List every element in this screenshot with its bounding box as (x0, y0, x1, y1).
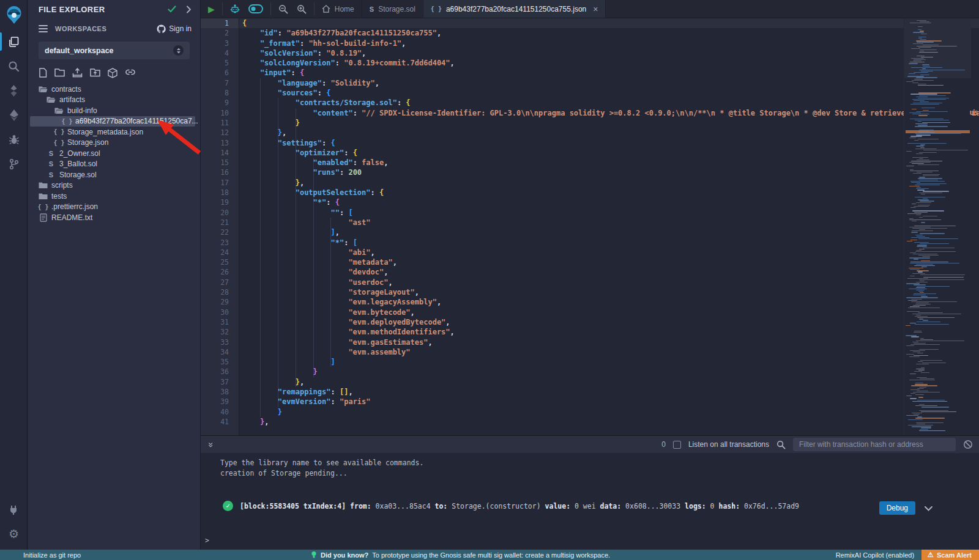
tree-item[interactable]: build-info (28, 105, 200, 116)
upload-file-icon[interactable] (72, 68, 83, 78)
terminal-collapse-icon[interactable]: « (205, 442, 214, 447)
activity-settings[interactable]: ⚙ (0, 521, 28, 546)
copilot-toggle[interactable] (248, 4, 263, 13)
tree-item[interactable]: { }.prettierrc.json (28, 202, 200, 213)
activity-deploy-run[interactable] (0, 103, 28, 127)
zoom-in-icon[interactable] (297, 4, 307, 14)
minimap-line (912, 114, 929, 114)
tree-item[interactable]: artifacts (28, 95, 200, 106)
minimap-line (923, 320, 928, 320)
terminal-log: Type the library name to see available c… (201, 458, 979, 479)
upload-folder-icon[interactable] (90, 68, 100, 78)
minimap-line (916, 153, 923, 154)
transaction-filter-input[interactable] (793, 438, 956, 451)
activity-git[interactable] (0, 152, 28, 176)
transaction-row[interactable]: ✓ [block:5583405 txIndex:4] from: 0xa03.… (223, 501, 936, 511)
tree-item[interactable]: { }Storage_metadata.json (28, 127, 200, 138)
minimap-line (912, 80, 934, 81)
listen-transactions-checkbox[interactable] (673, 441, 681, 449)
minimap-line (917, 245, 927, 245)
tree-item[interactable]: { }Storage.json (28, 138, 200, 149)
zoom-out-icon[interactable] (278, 4, 288, 14)
code-line: } (239, 367, 979, 377)
link-icon[interactable] (125, 68, 136, 78)
workspace-menu-icon[interactable] (39, 23, 48, 34)
line-number: 5 (201, 58, 239, 68)
tree-item[interactable]: contracts (28, 84, 200, 95)
code-line: ], (239, 227, 979, 237)
tab-Home[interactable]: Home (315, 0, 362, 18)
tree-item[interactable]: { }a69b43f277ba20fcac141151250ca7... (30, 116, 195, 127)
workspace-select[interactable]: default_workspace (39, 42, 190, 59)
did-you-know-tip: Did you know? To prototype using the Gno… (311, 551, 610, 559)
code-line: "outputSelection": { (239, 188, 979, 197)
terminal-toolbar: « 0 Listen on all transactions (201, 435, 979, 453)
tree-item[interactable]: SStorage.sol (28, 169, 200, 180)
line-number: 35 (201, 357, 239, 367)
minimap-line (922, 68, 926, 69)
code-line: "solcLongVersion": "0.8.19+commit.7dd6d4… (239, 58, 979, 68)
minimap-line (910, 169, 914, 170)
lightbulb-icon (311, 551, 317, 559)
minimap-line (907, 241, 912, 241)
code-editor[interactable]: 1234567891011121314151617181920212223242… (201, 18, 979, 435)
close-icon[interactable]: × (593, 4, 598, 14)
minimap[interactable] (904, 18, 971, 435)
debug-button[interactable]: Debug (879, 501, 915, 515)
minimap-line (910, 344, 940, 345)
minimap-line (909, 186, 920, 186)
git-init-status[interactable]: Initialize as git repo (0, 551, 81, 559)
activity-file-explorer[interactable] (0, 29, 28, 54)
ipfs-box-icon[interactable] (108, 68, 117, 78)
minimap-line (912, 314, 961, 314)
minimap-line (912, 230, 933, 231)
minimap-line (915, 418, 945, 418)
sign-in-button[interactable]: Sign in (157, 24, 192, 33)
activity-plugin-manager[interactable] (0, 497, 28, 521)
minimap-line (917, 322, 940, 322)
minimap-line (910, 323, 916, 323)
scam-alert-button[interactable]: ⚠ Scam Alert (921, 550, 979, 560)
minimap-line (914, 284, 926, 285)
minimap-line (920, 339, 933, 340)
run-script-icon[interactable]: ▶ (208, 5, 215, 13)
minimap-line (917, 46, 957, 46)
line-number: 31 (201, 317, 239, 327)
panel-title: FILE EXPLORER (39, 5, 168, 14)
chevron-right-icon[interactable] (186, 6, 192, 13)
tree-item[interactable]: README.txt (28, 212, 200, 223)
activity-solidity-compiler[interactable] (0, 78, 28, 103)
tree-item[interactable]: tests (28, 191, 200, 202)
activity-remix-logo[interactable] (0, 0, 28, 29)
minimap-line (920, 378, 934, 379)
line-number: 2 (201, 28, 239, 38)
code-line: "settings": { (239, 138, 979, 148)
new-folder-icon[interactable] (54, 68, 65, 78)
copilot-status[interactable]: RemixAI Copilot (enabled) (836, 551, 914, 559)
minimap-line (919, 152, 937, 153)
ai-assistant-icon[interactable] (230, 4, 240, 14)
minimap-line (917, 187, 921, 188)
minimap-line (914, 259, 918, 259)
minimap-line (921, 367, 925, 368)
minimap-line (920, 144, 925, 145)
minimap-line (915, 384, 928, 385)
terminal-prompt[interactable]: > (205, 536, 209, 545)
tab-a69b43f277ba20fcac141151250ca755.json[interactable]: { }a69b43f277ba20fcac141151250ca755.json… (423, 0, 606, 18)
tree-item-label: Storage.sol (59, 171, 97, 179)
tree-item[interactable]: S3_Ballot.sol (28, 159, 200, 170)
tab-Storage.sol[interactable]: SStorage.sol (362, 0, 423, 18)
activity-debugger[interactable] (0, 127, 28, 152)
tx-expand-icon[interactable] (925, 504, 932, 513)
tree-item[interactable]: scripts (28, 180, 200, 191)
block-icon[interactable] (963, 440, 973, 449)
code-line: "remappings": [], (239, 387, 979, 397)
new-file-icon[interactable] (39, 68, 47, 78)
activity-search[interactable] (0, 54, 28, 78)
minimap-line (915, 120, 949, 120)
minimap-line (920, 360, 942, 361)
tree-item[interactable]: S2_Owner.sol (28, 148, 200, 159)
line-number: 23 (201, 238, 239, 248)
code-line: "devdoc", (239, 267, 979, 277)
minimap-line (921, 267, 928, 267)
